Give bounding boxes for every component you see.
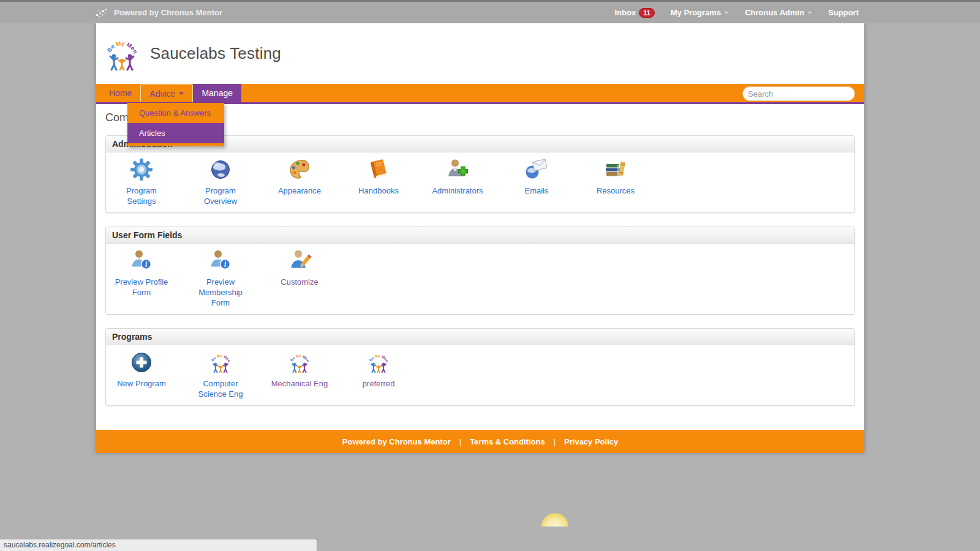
advice-label: Advice <box>149 84 175 103</box>
user-info-icon <box>208 249 233 273</box>
nav-tab-manage[interactable]: Manage <box>193 84 241 102</box>
footer-separator: | <box>459 437 461 446</box>
program-logo-icon <box>366 350 391 375</box>
link-preview-status-bar: saucelabs.realizegoal.com/articles <box>0 539 317 551</box>
handbook-icon <box>366 157 391 182</box>
palette-icon <box>287 157 312 182</box>
tile-computer-science-eng[interactable]: Computer Science Eng <box>190 350 251 399</box>
top-bar: Powered by Chronus Mentor Inbox 11 My Pr… <box>0 2 980 23</box>
nav-tab-advice[interactable]: Advice <box>140 84 193 102</box>
tile-label: Customize <box>269 277 330 287</box>
site-header: Saucelabs Testing <box>96 23 864 84</box>
email-globe-icon <box>524 157 549 182</box>
chronus-dots-icon <box>95 6 108 20</box>
tile-label: Resources <box>585 186 646 196</box>
be-my-mentor-logo[interactable] <box>102 34 141 73</box>
chronus-admin-label: Chronus Admin <box>745 8 804 17</box>
chronus-admin-menu[interactable]: Chronus Admin <box>745 8 812 17</box>
footer-separator: | <box>554 437 556 446</box>
tile-mechanical-eng[interactable]: Mechanical Eng <box>269 350 330 389</box>
tile-label: Appearance <box>269 186 330 196</box>
powered-by-brand: Powered by Chronus Mentor <box>95 6 222 20</box>
menu-item-articles[interactable]: Articles <box>127 123 224 143</box>
tile-label: Program Settings <box>111 186 172 206</box>
panel-user-form-fields-title: User Form Fields <box>106 227 854 244</box>
books-icon <box>603 157 628 182</box>
tile-label: Mechanical Eng <box>269 378 330 389</box>
gear-icon <box>129 157 154 182</box>
tile-preview-membership-form[interactable]: Preview Membership Form <box>190 249 251 308</box>
footer-terms-link[interactable]: Terms & Conditions <box>470 437 545 446</box>
inbox-label: Inbox <box>614 8 636 17</box>
tile-customize[interactable]: Customize <box>269 249 330 287</box>
tile-label: Preview Membership Form <box>190 277 251 308</box>
inbox-link[interactable]: Inbox 11 <box>614 8 654 18</box>
tile-label: Program Overview <box>190 186 251 206</box>
chevron-down-icon <box>724 12 729 14</box>
tile-label: New Program <box>111 378 172 389</box>
footer-privacy-link[interactable]: Privacy Policy <box>564 437 618 446</box>
my-programs-label: My Programs <box>671 8 721 17</box>
main-content: Com Administration Program Settings Prog… <box>96 104 864 430</box>
user-edit-icon <box>287 249 312 273</box>
plus-circle-icon <box>129 350 154 375</box>
support-link[interactable]: Support <box>828 8 859 17</box>
tile-label: Emails <box>506 186 567 196</box>
my-programs-menu[interactable]: My Programs <box>671 8 729 17</box>
tile-label: Computer Science Eng <box>190 378 251 399</box>
site-footer: Powered by Chronus Mentor | Terms & Cond… <box>96 430 864 453</box>
search-box <box>742 86 855 101</box>
panel-administration: Administration Program Settings Program … <box>105 135 855 213</box>
program-logo-icon <box>287 350 312 375</box>
tile-resources[interactable]: Resources <box>585 157 646 196</box>
nav-tab-home[interactable]: Home <box>100 84 140 102</box>
tile-label: Handbooks <box>348 186 409 196</box>
chevron-down-icon <box>179 92 184 95</box>
powered-by-text: Powered by Chronus Mentor <box>114 8 222 17</box>
tile-preferred[interactable]: preferred <box>348 350 409 389</box>
tile-preview-profile-form[interactable]: Preview Profile Form <box>111 249 172 298</box>
user-add-icon <box>445 157 470 182</box>
tile-label: Administrators <box>427 186 488 196</box>
user-info-icon <box>129 249 154 273</box>
panel-user-form-fields: User Form Fields Preview Profile Form Pr… <box>105 227 855 315</box>
program-logo-icon <box>208 350 233 375</box>
site-container: Saucelabs Testing Home Advice Manage Que… <box>96 23 864 453</box>
support-label: Support <box>828 8 859 17</box>
globe-icon <box>208 157 233 182</box>
tile-appearance[interactable]: Appearance <box>269 157 330 196</box>
tile-label: Preview Profile Form <box>111 277 172 298</box>
tile-label: preferred <box>348 378 409 389</box>
tile-administrators[interactable]: Administrators <box>427 157 488 196</box>
tile-new-program[interactable]: New Program <box>111 350 172 389</box>
panel-programs: Programs New Program Computer Science En… <box>105 328 855 406</box>
tile-handbooks[interactable]: Handbooks <box>348 157 409 196</box>
inbox-count-badge: 11 <box>639 8 655 18</box>
chevron-down-icon <box>807 12 812 14</box>
primary-nav: Home Advice Manage <box>96 84 864 104</box>
panel-programs-title: Programs <box>106 329 854 345</box>
tile-program-overview[interactable]: Program Overview <box>190 157 251 206</box>
panel-programs-body: New Program Computer Science Eng Mechani… <box>106 345 854 405</box>
advice-dropdown-menu: Question & Answers Articles <box>127 103 224 146</box>
glow-artifact <box>541 513 568 527</box>
menu-item-question-answers[interactable]: Question & Answers <box>127 103 224 123</box>
page-title: Saucelabs Testing <box>150 44 281 63</box>
tile-program-settings[interactable]: Program Settings <box>111 157 172 206</box>
tile-emails[interactable]: Emails <box>506 157 567 196</box>
panel-administration-body: Program Settings Program Overview Appear… <box>106 152 854 212</box>
footer-powered-by-link[interactable]: Powered by Chronus Mentor <box>342 437 451 446</box>
search-input[interactable] <box>748 89 856 99</box>
top-bar-nav: Inbox 11 My Programs Chronus Admin Suppo… <box>614 2 859 23</box>
panel-user-form-fields-body: Preview Profile Form Preview Membership … <box>106 244 854 314</box>
